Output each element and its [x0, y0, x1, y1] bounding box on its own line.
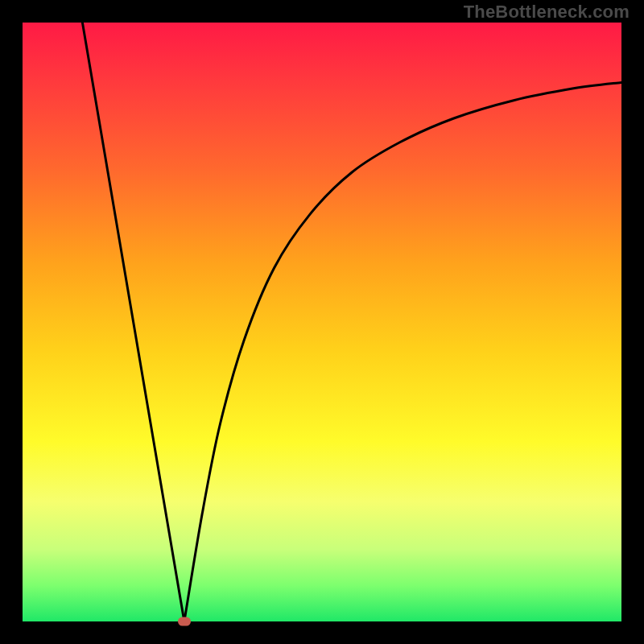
plot-area [23, 23, 621, 621]
minimum-marker [178, 617, 191, 626]
curve-right-arm [184, 82, 621, 621]
bottleneck-curve [23, 23, 621, 621]
watermark-text: TheBottleneck.com [464, 2, 630, 23]
curve-left-arm [82, 23, 184, 621]
chart-frame: TheBottleneck.com [0, 0, 644, 644]
